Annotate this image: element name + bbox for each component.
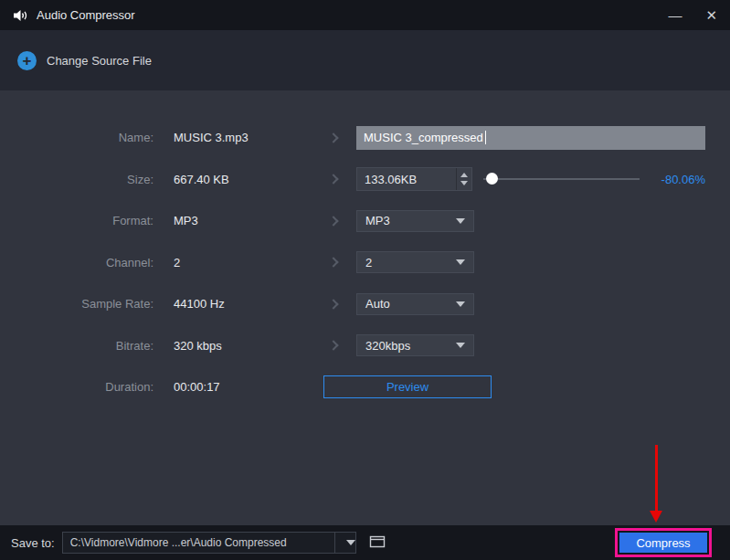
speaker-icon: [13, 8, 28, 23]
name-input-text: MUSIC 3_compressed: [364, 131, 483, 144]
format-original-value: MP3: [174, 214, 311, 227]
save-path-select[interactable]: C:\Vidmore\Vidmore ...er\Audio Compresse…: [62, 532, 356, 554]
dropdown-caret-icon: [346, 540, 355, 545]
browse-folder-button[interactable]: [367, 533, 387, 554]
channel-select[interactable]: 2: [356, 251, 474, 273]
chevron-right-icon: [328, 341, 338, 351]
close-button[interactable]: ✕: [705, 8, 717, 22]
chevron-right-icon: [328, 258, 338, 268]
sample-rate-original-value: 44100 Hz: [174, 297, 311, 311]
slider-track[interactable]: [483, 178, 640, 180]
duration-row: Duration: 00:00:17 Preview: [0, 366, 705, 408]
format-row: Format: MP3 MP3: [0, 200, 705, 242]
channel-label: Channel:: [0, 256, 153, 269]
spinner-arrows[interactable]: [456, 168, 471, 190]
save-to-label: Save to:: [11, 536, 55, 550]
name-original-value: MUSIC 3.mp3: [174, 131, 311, 144]
sample-rate-row: Sample Rate: 44100 Hz Auto: [0, 283, 705, 325]
sample-rate-label: Sample Rate:: [0, 297, 153, 311]
text-caret: [485, 131, 486, 144]
size-spinner-input[interactable]: 133.06KB: [356, 167, 472, 191]
slider-handle[interactable]: [486, 173, 498, 185]
plus-circle-icon: +: [17, 51, 37, 70]
dropdown-caret-icon: [456, 343, 465, 348]
change-source-file-button[interactable]: + Change Source File: [17, 51, 152, 70]
header: + Change Source File: [0, 30, 730, 90]
change-source-file-label: Change Source File: [47, 54, 152, 68]
name-row: Name: MUSIC 3.mp3 MUSIC 3_compressed: [0, 117, 705, 159]
compress-button[interactable]: Compress: [619, 533, 707, 553]
chevron-right-icon: [328, 216, 338, 226]
bitrate-label: Bitrate:: [0, 339, 153, 353]
sample-rate-select-value: Auto: [365, 297, 390, 311]
titlebar: Audio Compressor — ✕: [0, 0, 730, 30]
size-row: Size: 667.40 KB 133.06KB -80.06%: [0, 159, 705, 201]
chevron-right-icon: [328, 299, 338, 309]
settings-panel: Name: MUSIC 3.mp3 MUSIC 3_compressed Siz…: [0, 90, 730, 525]
name-input[interactable]: MUSIC 3_compressed: [356, 126, 705, 150]
sample-rate-select[interactable]: Auto: [356, 293, 474, 315]
dropdown-caret-icon: [456, 301, 465, 307]
size-spinner-value: 133.06KB: [365, 173, 417, 186]
size-slider[interactable]: [483, 167, 640, 191]
spinner-up-icon[interactable]: [460, 173, 468, 177]
duration-label: Duration:: [0, 380, 153, 394]
annotation-highlight: Compress: [615, 528, 712, 557]
format-select-value: MP3: [365, 214, 390, 227]
spinner-down-icon[interactable]: [460, 181, 468, 185]
bitrate-select[interactable]: 320kbps: [356, 334, 474, 356]
chevron-right-icon: [328, 174, 338, 185]
format-label: Format:: [0, 214, 153, 227]
bitrate-row: Bitrate: 320 kbps 320kbps: [0, 325, 705, 367]
format-select[interactable]: MP3: [356, 210, 474, 232]
preview-button[interactable]: Preview: [323, 375, 492, 398]
save-path-value: C:\Vidmore\Vidmore ...er\Audio Compresse…: [63, 536, 334, 549]
name-label: Name:: [0, 131, 153, 144]
channel-select-value: 2: [365, 256, 372, 269]
window-title: Audio Compressor: [37, 8, 135, 22]
duration-value: 00:00:17: [174, 380, 311, 394]
save-path-dropdown[interactable]: [334, 533, 355, 553]
channel-original-value: 2: [174, 256, 311, 269]
dropdown-caret-icon: [456, 218, 465, 224]
size-reduction-percent: -80.06%: [652, 173, 705, 186]
size-original-value: 667.40 KB: [174, 173, 311, 186]
bitrate-select-value: 320kbps: [365, 339, 410, 353]
minimize-button[interactable]: —: [668, 8, 682, 22]
chevron-right-icon: [328, 132, 338, 143]
footer-bar: Save to: C:\Vidmore\Vidmore ...er\Audio …: [0, 525, 730, 560]
bitrate-original-value: 320 kbps: [174, 339, 311, 353]
size-label: Size:: [0, 173, 153, 186]
open-folder-icon: [367, 533, 387, 554]
dropdown-caret-icon: [456, 259, 465, 265]
channel-row: Channel: 2 2: [0, 242, 705, 284]
window-controls: — ✕: [668, 8, 717, 22]
